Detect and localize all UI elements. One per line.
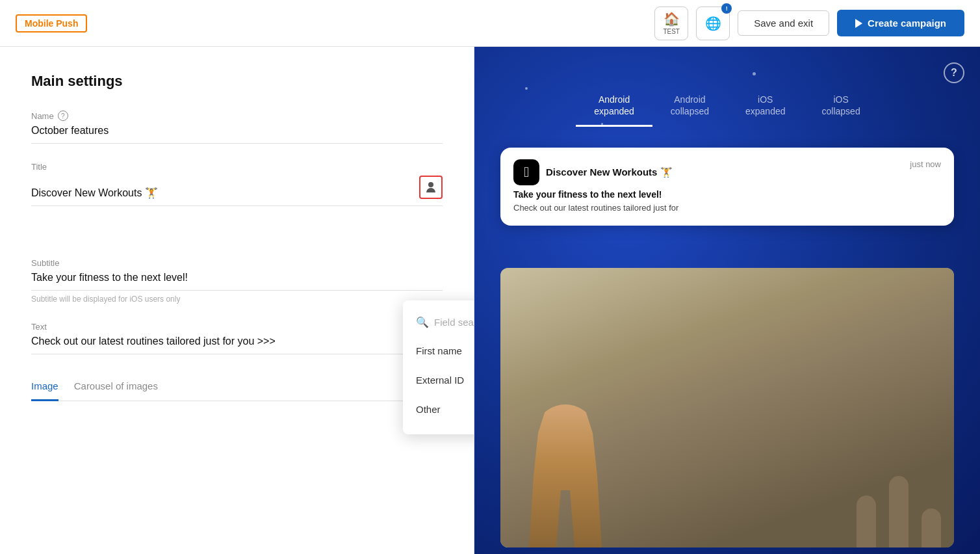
text-value[interactable]: Check out our latest routines tailored j… xyxy=(31,336,443,354)
title-field-group: Title Discover New Workouts 🏋️ xyxy=(31,162,443,206)
left-panel: Main settings Name ? October features Ti… xyxy=(0,47,474,554)
tab-android-expanded[interactable]: Android expanded xyxy=(576,86,652,127)
main-content: Main settings Name ? October features Ti… xyxy=(0,47,980,554)
globe-icon: 🌐 xyxy=(705,16,721,31)
topbar-right: 🏠 TEST 🌐 Save and exit Create campaign xyxy=(654,7,964,40)
test-label: TEST xyxy=(663,28,680,35)
search-field-row: 🔍 Field search xyxy=(403,311,474,334)
bg-figure-2 xyxy=(889,476,909,547)
tab-android-collapsed[interactable]: Android collapsed xyxy=(652,86,727,127)
dropdown-item-firstname[interactable]: First name xyxy=(403,336,474,365)
personalization-dropdown: 🔍 Field search First name External ID Ot… xyxy=(403,300,474,434)
tab-ios-collapsed[interactable]: iOS collapsed xyxy=(804,86,879,127)
person-body xyxy=(426,188,435,192)
preview-tabs: Android expanded Android collapsed iOS e… xyxy=(474,86,980,127)
search-icon: 🔍 xyxy=(416,316,429,328)
notif-subtitle: Take your fitness to the next level! xyxy=(513,189,941,200)
tab-ios-expanded[interactable]: iOS expanded xyxy=(727,86,804,127)
save-exit-button[interactable]: Save and exit xyxy=(738,10,829,36)
section-title: Main settings xyxy=(31,73,443,90)
subtitle-label: Subtitle xyxy=(31,258,443,268)
notif-top-row:  Discover New Workouts 🏋️ just now xyxy=(513,159,941,185)
image-tabs: Image Carousel of images xyxy=(31,373,443,401)
title-label: Title xyxy=(31,162,443,172)
search-placeholder[interactable]: Field search xyxy=(434,317,474,328)
home-icon: 🏠 xyxy=(664,11,680,27)
help-icon: ? xyxy=(951,67,957,79)
right-panel: ? Android expanded Android collapsed iOS… xyxy=(474,47,980,554)
name-help-icon[interactable]: ? xyxy=(58,111,68,121)
preview-help-button[interactable]: ? xyxy=(944,62,964,83)
background-figures xyxy=(857,476,941,547)
person-icon xyxy=(425,181,437,193)
create-campaign-label: Create campaign xyxy=(868,18,946,29)
name-value[interactable]: October features xyxy=(31,125,443,144)
dropdown-item-other-label: Other xyxy=(416,404,441,415)
notif-timestamp: just now xyxy=(910,159,941,169)
name-label: Name ? xyxy=(31,111,443,121)
notif-icon-area:  Discover New Workouts 🏋️ xyxy=(513,159,673,185)
globe-button[interactable]: 🌐 xyxy=(696,7,730,40)
name-field-group: Name ? October features xyxy=(31,111,443,144)
topbar: Mobile Push 🏠 TEST 🌐 Save and exit Creat… xyxy=(0,0,980,47)
title-field-row: Discover New Workouts 🏋️ xyxy=(31,176,443,206)
text-field-group: Text Check out our latest routines tailo… xyxy=(31,322,443,354)
notif-title: Discover New Workouts 🏋️ xyxy=(546,166,673,178)
title-value[interactable]: Discover New Workouts 🏋️ xyxy=(31,187,414,199)
dropdown-item-other[interactable]: Other ⌄ xyxy=(403,395,474,424)
subtitle-field-group: Subtitle Take your fitness to the next l… xyxy=(31,258,443,304)
apple-icon:  xyxy=(513,159,539,185)
notif-title-text: Discover New Workouts 🏋️ xyxy=(546,166,673,178)
bg-figure-1 xyxy=(857,495,876,547)
play-icon xyxy=(855,19,862,28)
dropdown-item-externalid[interactable]: External ID xyxy=(403,365,474,395)
test-button[interactable]: 🏠 TEST xyxy=(654,7,688,40)
create-campaign-button[interactable]: Create campaign xyxy=(837,10,964,36)
mobile-push-badge: Mobile Push xyxy=(16,14,87,33)
personalization-button[interactable] xyxy=(419,176,443,199)
text-label: Text xyxy=(31,322,443,332)
fitness-image xyxy=(500,268,954,547)
woman-silhouette xyxy=(520,404,611,547)
tab-image[interactable]: Image xyxy=(31,373,58,401)
notif-body: Check out our latest routines tailored j… xyxy=(513,202,941,214)
dot-3 xyxy=(753,72,756,75)
subtitle-value[interactable]: Take your fitness to the next level! xyxy=(31,272,443,291)
topbar-left: Mobile Push xyxy=(16,14,87,33)
notification-card:  Discover New Workouts 🏋️ just now Take… xyxy=(500,148,954,226)
tab-carousel[interactable]: Carousel of images xyxy=(74,373,158,401)
fitness-image-area xyxy=(500,268,954,547)
subtitle-hint: Subtitle will be displayed for iOS users… xyxy=(31,295,443,304)
person-head xyxy=(428,182,433,187)
bg-figure-3 xyxy=(922,508,941,547)
